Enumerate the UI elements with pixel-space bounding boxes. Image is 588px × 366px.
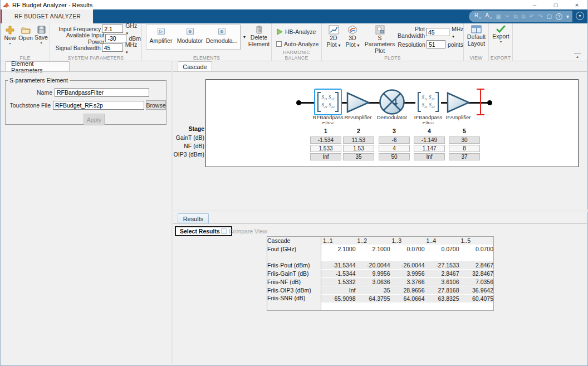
bracket-right: [435, 92, 439, 112]
undo-icon[interactable]: ↶: [530, 11, 534, 22]
stage-column-1: 1 -1.534 1.533 Inf: [310, 128, 341, 134]
new-button[interactable]: New ▾: [3, 26, 17, 45]
oip3-cell[interactable]: 50: [379, 153, 410, 160]
minimize-button[interactable]: –: [524, 0, 545, 9]
element-parameters-panel: Element Parameters S-parameters Element …: [1, 61, 171, 364]
3d-plot-button[interactable]: 3D Plot ▾: [344, 25, 361, 48]
2d-plot-button[interactable]: 2D Plot ▾: [325, 25, 342, 48]
checkbox-icon: [276, 41, 282, 47]
demodulator-button[interactable]: ⊗ Demodula...: [204, 25, 239, 49]
title-bar: RF Budget Analyzer - Results – □ ×: [1, 0, 587, 9]
tab-results[interactable]: Results: [178, 213, 209, 223]
nf-cell[interactable]: 8: [449, 145, 480, 152]
value-cell: 2.8467: [459, 261, 494, 270]
gain-cell[interactable]: -1.534: [310, 136, 341, 144]
chevron-down-icon: ▾: [243, 35, 246, 40]
collapse-ribbon-icon[interactable]: ▴: [574, 53, 581, 59]
hb-analyze-button[interactable]: HB-Analyze: [276, 27, 316, 36]
resolution-field[interactable]: [427, 40, 445, 48]
auto-analyze-checkbox[interactable]: Auto-Analyze: [276, 40, 318, 48]
row-label-cell: Friis-NF (dB): [267, 277, 321, 286]
value-cell: 63.8325: [425, 294, 459, 302]
section-view: Default Layout VIEW: [464, 23, 489, 61]
results-panel: Results Select Results ▼ Compare View Ca…: [173, 212, 588, 364]
export-button[interactable]: Export ▾: [491, 25, 511, 43]
oip3-cell[interactable]: 35: [343, 153, 374, 160]
window-layout-icon[interactable]: ▢: [547, 11, 552, 22]
input-frequency-unit-dropdown[interactable]: GHz ▼: [125, 22, 141, 36]
redo-icon[interactable]: ↷: [538, 11, 542, 22]
signal-bandwidth-field[interactable]: [102, 43, 123, 52]
section-label-harmonic-balance: HARMONIC BALANCE: [272, 50, 321, 61]
browse-button[interactable]: Browse: [146, 100, 166, 110]
plot-bandwidth-field[interactable]: [426, 28, 449, 36]
maximize-button[interactable]: □: [545, 0, 566, 9]
delete-element-button[interactable]: Delete Element: [247, 25, 271, 47]
nf-cell[interactable]: 1.53: [343, 145, 374, 152]
default-layout-button[interactable]: Default Layout: [465, 25, 487, 47]
3d-plot-icon: [347, 25, 357, 35]
section-label-elements: ELEMENTS: [142, 55, 271, 61]
matlab-shortcut-icon[interactable]: R☆: [474, 9, 482, 24]
compare-view-checkbox[interactable]: Compare View: [221, 228, 267, 235]
nf-cell[interactable]: 1.147: [414, 145, 445, 152]
table-row-friis-oip3: Friis-OIP3 (dBm) Inf 35 28.9656 27.8168 …: [267, 286, 494, 294]
header-cell: 1..4: [425, 237, 459, 245]
signal-bandwidth-unit-dropdown[interactable]: MHz ▼: [125, 41, 141, 55]
s-parameters-plot-icon: [375, 25, 385, 35]
output-marker: [477, 89, 484, 115]
element-rfamplifier[interactable]: [346, 91, 370, 114]
chevron-down-icon[interactable]: ▾: [566, 11, 569, 22]
nf-cell[interactable]: 4: [379, 145, 410, 152]
chevron-down-icon: ▾: [339, 43, 341, 48]
oip3-cell[interactable]: Inf: [310, 153, 341, 160]
amplifier-icon: ▷: [158, 28, 165, 35]
input-frequency-field[interactable]: [102, 25, 123, 33]
gain-row-label: GainT (dB): [173, 134, 204, 141]
close-button[interactable]: ×: [566, 0, 587, 9]
modulator-button[interactable]: ⊗ Modulator: [175, 25, 204, 49]
element-ifamplifier[interactable]: [447, 91, 470, 114]
stage-number: 5: [449, 128, 480, 134]
cut-icon[interactable]: ✂: [505, 11, 509, 22]
tab-rf-budget-analyzer[interactable]: RF BUDGET ANALYZER: [2, 9, 93, 23]
apply-button[interactable]: Apply: [84, 114, 105, 125]
nf-cell[interactable]: 1.533: [310, 145, 341, 152]
section-label-export: EXPORT: [489, 55, 512, 61]
name-label: Name: [8, 89, 52, 96]
resolution-unit: points: [448, 41, 463, 48]
gain-cell[interactable]: -1.149: [414, 136, 445, 144]
element-ifbandpassfilter[interactable]: S11 S12 S21 S22: [415, 89, 441, 115]
save-disk-icon: [37, 26, 46, 34]
element-rfbandpassfilter[interactable]: S11 S12 S21 S22: [314, 89, 342, 115]
window-title: RF Budget Analyzer - Results: [12, 2, 92, 8]
available-input-power-field[interactable]: [105, 34, 126, 42]
app-shortcut-icon[interactable]: A☆: [486, 9, 492, 24]
output-node: [487, 100, 492, 105]
oip3-cell[interactable]: Inf: [414, 153, 445, 160]
gain-cell[interactable]: 11.53: [343, 136, 374, 144]
plot-bandwidth-unit-dropdown[interactable]: MHz ▼: [452, 26, 464, 39]
oip3-cell[interactable]: 37: [449, 153, 480, 160]
toolbar-overflow-icon[interactable]: ▾: [576, 12, 584, 20]
tab-element-parameters[interactable]: Element Parameters: [5, 61, 70, 71]
tab-cascade[interactable]: Cascade: [178, 61, 212, 71]
save-icon[interactable]: ▦: [496, 11, 501, 22]
touchstone-file-field[interactable]: [53, 101, 144, 110]
copy-icon[interactable]: ⧉: [513, 11, 517, 22]
resolution-label: Resolution: [398, 41, 425, 48]
s-parameters-plot-button[interactable]: S Parameters Plot: [363, 25, 396, 54]
help-icon[interactable]: ?: [556, 13, 562, 20]
open-button[interactable]: Open: [18, 26, 33, 41]
name-field[interactable]: [55, 88, 149, 97]
value-cell: 60.4075: [459, 294, 494, 302]
gain-cell[interactable]: -6: [379, 136, 410, 144]
element-demodulator[interactable]: [379, 89, 405, 115]
gain-cell[interactable]: 30: [449, 136, 480, 144]
paste-icon[interactable]: ⧉: [522, 11, 526, 22]
section-system-parameters: Input Frequency GHz ▼ Available Input Po…: [50, 23, 142, 61]
value-cell: 3.9956: [390, 270, 425, 278]
value-cell: -20.0044: [356, 261, 390, 270]
save-button[interactable]: Save ▾: [34, 26, 48, 45]
amplifier-button[interactable]: ▷ Amplifier: [146, 25, 175, 49]
